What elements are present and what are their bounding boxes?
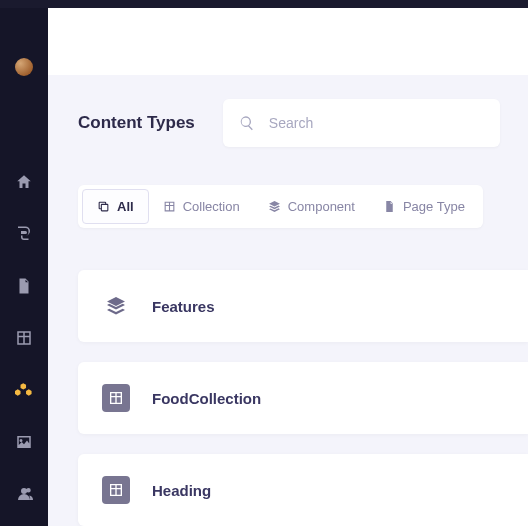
filter-label: Collection [183,199,240,214]
page-icon [383,200,396,213]
nav-users[interactable] [0,468,48,520]
sidebar [0,8,48,526]
filter-label: Component [288,199,355,214]
filter-all[interactable]: All [82,189,149,224]
filter-label: All [117,199,134,214]
search-input[interactable] [269,115,484,131]
users-icon [15,485,33,503]
copy-icon [97,200,110,213]
collection-icon [102,384,130,412]
blog-icon [15,225,33,243]
image-icon [15,433,33,451]
nav-document[interactable] [0,260,48,312]
grid-icon [163,200,176,213]
modules-icon [15,381,33,399]
home-icon [15,173,33,191]
avatar[interactable] [15,58,33,76]
filter-component[interactable]: Component [254,189,369,224]
type-card-heading[interactable]: Heading [78,454,528,526]
search-icon [239,115,255,131]
type-name: Features [152,298,215,315]
search-box[interactable] [223,99,500,147]
document-icon [15,277,33,295]
filter-collection[interactable]: Collection [149,189,254,224]
nav-table[interactable] [0,312,48,364]
main: Content Types All Collection Component P [48,8,528,526]
nav-blog[interactable] [0,208,48,260]
topbar [0,0,528,8]
content-area: Content Types All Collection Component P [48,75,528,526]
nav-image[interactable] [0,416,48,468]
svg-rect-0 [101,204,108,211]
title-row: Content Types [78,99,528,147]
filter-label: Page Type [403,199,465,214]
type-list: Features FoodCollection Heading [78,270,528,526]
layers-icon [268,200,281,213]
component-icon [102,292,130,320]
nav-home[interactable] [0,156,48,208]
type-card-features[interactable]: Features [78,270,528,342]
type-card-foodcollection[interactable]: FoodCollection [78,362,528,434]
collection-icon [102,476,130,504]
page-title: Content Types [78,113,195,133]
filter-tabs: All Collection Component Page Type [78,185,483,228]
header-area [48,8,528,75]
table-icon [15,329,33,347]
type-name: FoodCollection [152,390,261,407]
nav-modules[interactable] [0,364,48,416]
type-name: Heading [152,482,211,499]
filter-pagetype[interactable]: Page Type [369,189,479,224]
